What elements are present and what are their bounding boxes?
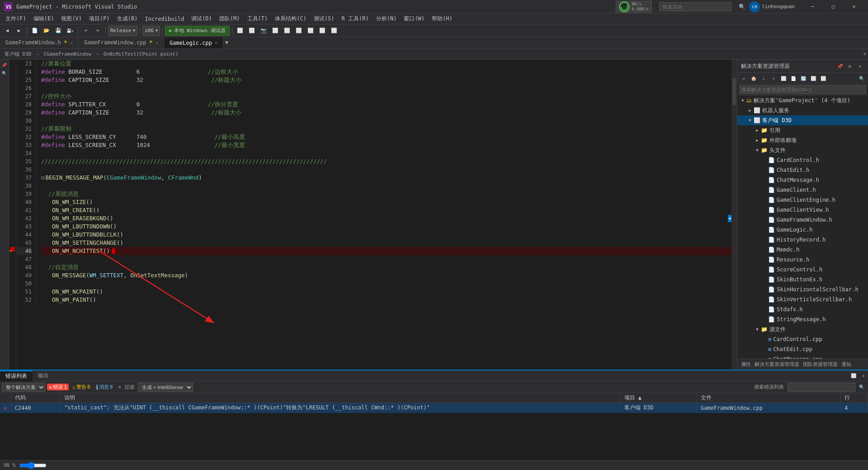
prop-tab-properties[interactable]: 属性 — [741, 361, 751, 368]
error-search-btn[interactable]: 🔍 — [857, 383, 866, 392]
se-tb-4[interactable]: ↑ — [769, 74, 778, 83]
code-scroll[interactable]: 23 24 25 26 27 28 29 30 31 32 33 34 35 3… — [9, 60, 737, 370]
bottom-tab-output[interactable]: 输出 — [33, 370, 54, 381]
se-close[interactable]: ✕ — [855, 62, 864, 71]
toolbar-extra6[interactable]: ⬜ — [329, 26, 340, 36]
se-tb-6[interactable]: 📄 — [789, 74, 798, 83]
se-tb-9[interactable]: ⬜ — [819, 74, 828, 83]
tree-gameclientview-h[interactable]: 📄 GameClientView.h — [737, 205, 868, 215]
toolbar-undo[interactable]: ↩ — [80, 26, 91, 36]
menu-build[interactable]: 生成(B) — [113, 14, 142, 24]
left-tab-2[interactable]: 🔍 — [1, 70, 8, 77]
toolbar-extra5[interactable]: ⬜ — [317, 26, 328, 36]
se-tb-1[interactable]: ↩ — [739, 74, 748, 83]
toolbar-back[interactable]: ◀ — [2, 26, 13, 36]
menu-help[interactable]: 帮助(H) — [428, 14, 456, 24]
tree-robot-service[interactable]: ▶ ⬜ 机器人服务 — [737, 105, 868, 115]
tree-gameclientengine-h[interactable]: 📄 GameClientEngine.h — [737, 195, 868, 205]
bp-float[interactable]: ⬜ — [849, 371, 858, 380]
tree-stdafx-h[interactable]: 📄 Stdafx.h — [737, 304, 868, 314]
vertical-scrollbar[interactable] — [731, 60, 737, 370]
menu-test[interactable]: 测试(S) — [310, 14, 338, 24]
menu-project[interactable]: 项目(P) — [85, 14, 113, 24]
prop-tab-team[interactable]: 团队资源管理器 — [803, 361, 838, 368]
quick-launch-input[interactable] — [659, 2, 731, 11]
build-config-dropdown[interactable]: Release ▼ — [108, 26, 137, 36]
tree-headers[interactable]: ▼ 📁 头文件 — [737, 145, 868, 155]
tree-gamelogic-h[interactable]: 📄 GameLogic.h — [737, 225, 868, 235]
error-table[interactable]: 代码 说明 项目 ▲ 文件 行 ✕ C2440 "static_cast" — [0, 393, 868, 460]
tree-gameclient-h[interactable]: 📄 GameClient.h — [737, 185, 868, 195]
th-project[interactable]: 项目 ▲ — [620, 393, 697, 403]
th-line[interactable]: 行 — [841, 393, 868, 403]
maximize-button[interactable]: □ — [823, 0, 844, 14]
tree-references[interactable]: ▶ 📁 引用 — [737, 125, 868, 135]
se-tb-8[interactable]: ⬜ — [809, 74, 818, 83]
menu-incredibuild[interactable]: Incredibuild — [141, 14, 188, 24]
tree-resource-h[interactable]: 📄 Resource.h — [737, 255, 868, 265]
tree-skinhscroll-h[interactable]: 📄 SkinHorizontalScrollbar.h — [737, 285, 868, 294]
menu-rtools[interactable]: R 工具(R) — [338, 14, 373, 24]
menu-view[interactable]: 视图(V) — [57, 14, 85, 24]
bp-close[interactable]: ✕ — [859, 371, 868, 380]
loc-project[interactable]: 客户端 D3D — [2, 50, 34, 58]
se-settings[interactable]: ⚙ — [845, 62, 854, 71]
search-icon[interactable]: 🔍 — [739, 4, 745, 10]
bottom-tab-errors[interactable]: 错误列表 — [0, 370, 33, 381]
menu-file[interactable]: 文件(F) — [2, 14, 30, 24]
tab-close[interactable]: ✕ — [156, 40, 158, 45]
tab-scroll-button[interactable]: ▼ — [223, 37, 230, 48]
toolbar-save[interactable]: 💾 — [53, 26, 64, 36]
toolbar-extra3[interactable]: ⬜ — [293, 26, 304, 36]
tree-cardcontrol-h[interactable]: 📄 CardControl.h — [737, 155, 868, 165]
platform-dropdown[interactable]: x86 ▼ — [142, 26, 160, 36]
toolbar-breakpoint[interactable]: ⬜ — [235, 26, 245, 36]
solution-search-input[interactable] — [739, 85, 866, 94]
warn-badge[interactable]: ⚠ 警告 0 — [71, 384, 92, 390]
scrollbar-thumb[interactable] — [732, 78, 736, 105]
toolbar-camera[interactable]: 📷 — [258, 26, 269, 36]
prop-tab-notify[interactable]: 通知 — [841, 361, 851, 368]
tree-skinvscroll-h[interactable]: 📄 SkinVerticleScrollbar.h — [737, 294, 868, 304]
tree-chatmessage-cpp[interactable]: ⚙ ChatMessage.cpp — [737, 354, 868, 359]
menu-arch[interactable]: 体系结构(C) — [271, 14, 310, 24]
left-tab-1[interactable]: 📌 — [1, 62, 8, 69]
toolbar-extra1[interactable]: ⬜ — [270, 26, 281, 36]
tree-client-d3d[interactable]: ▼ ⬜ 客户端 D3D — [737, 115, 868, 125]
tree-cardcontrol-cpp[interactable]: ⚙ CardControl.cpp — [737, 334, 868, 344]
toolbar-redo[interactable]: ↪ — [92, 26, 103, 36]
tab-close[interactable]: ✕ — [215, 40, 217, 45]
solution-tree[interactable]: ▼ 🗂 解决方案'GameProject' (4 个项目) ▶ ⬜ 机器人服务 … — [737, 95, 868, 359]
code-lines[interactable]: //屏幕位置 #define BORAD_SIZE 6 //边框大小 #defi… — [37, 60, 737, 304]
se-tb-7[interactable]: 🔄 — [799, 74, 808, 83]
toolbar-forward[interactable]: ▶ — [14, 26, 24, 36]
tab-gameframewindow-cpp[interactable]: GameFrameWindow.cpp * ✕ — [79, 37, 164, 48]
se-tb-2[interactable]: 🏠 — [749, 74, 758, 83]
scope-dropdown[interactable]: 整个解决方案 — [2, 383, 45, 392]
run-button[interactable]: ▶ 本地 Windows 调试器 — [165, 26, 230, 36]
se-tb-5[interactable]: ⬜ — [779, 74, 788, 83]
menu-team[interactable]: 团队(M) — [216, 14, 244, 24]
loc-expand[interactable]: ▼ — [863, 51, 866, 57]
tab-close[interactable]: ✕ — [70, 40, 73, 45]
menu-analyze[interactable]: 分析(N) — [373, 14, 401, 24]
tree-chatmessage-h[interactable]: 📄 ChatMessage.h — [737, 175, 868, 185]
prop-tab-solution[interactable]: 解决方案资源管理器 — [755, 361, 799, 368]
tree-stringmsg-h[interactable]: 📄 StringMessage.h — [737, 314, 868, 324]
tree-sources[interactable]: ▼ 📁 源文件 — [737, 324, 868, 334]
tree-skinbuttonex-h[interactable]: 📄 SkinButtonEx.h — [737, 275, 868, 285]
code-container[interactable]: → 23 24 25 26 27 28 29 30 31 32 — [9, 60, 737, 370]
build-scope-select[interactable]: 生成 + IntelliSense — [138, 383, 193, 392]
se-pin[interactable]: 📌 — [835, 62, 844, 71]
se-tb-3[interactable]: ↓ — [759, 74, 768, 83]
menu-edit[interactable]: 编辑(E) — [30, 14, 58, 24]
filter-button[interactable]: ✕ 过滤 — [116, 384, 136, 390]
se-search-btn[interactable]: 🔍 — [857, 74, 866, 83]
tab-gamelogic-cpp[interactable]: GameLogic.cpp ✕ — [164, 37, 223, 48]
loc-class[interactable]: CGameFrameWindow — [41, 50, 94, 58]
toolbar-extra2[interactable]: ⬜ — [282, 26, 292, 36]
th-code[interactable]: 代码 — [11, 393, 61, 403]
zoom-slider[interactable] — [19, 463, 47, 468]
tree-scorecontrol-h[interactable]: 📄 ScoreControl.h — [737, 265, 868, 275]
tree-gameframewindow-h[interactable]: 📄 GameFrameWindow.h — [737, 215, 868, 225]
